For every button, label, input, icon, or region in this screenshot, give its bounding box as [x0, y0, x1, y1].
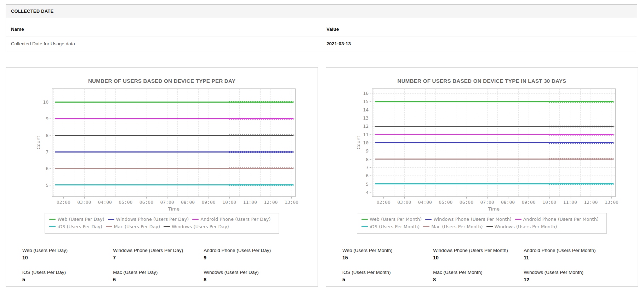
summary-label: Windows (Users Per Month)	[524, 270, 623, 275]
legend-label: Android Phone (Users Per Month)	[523, 216, 599, 223]
legend-label: Mac (Users Per Month)	[431, 223, 483, 230]
y-tick-label: 10	[43, 99, 49, 104]
summary-label: Windows (Users Per Day)	[204, 270, 303, 275]
android-phone-users-per-day-line	[55, 118, 293, 119]
plot-area[interactable]	[372, 88, 616, 197]
windows-users-per-month-legend-dash-icon	[486, 226, 493, 227]
x-tick-mark	[105, 197, 105, 199]
v-gridline	[270, 89, 271, 196]
summary-value: 7	[113, 255, 204, 260]
x-tick-label: 12:00	[264, 200, 278, 205]
summary-label: Windows Phone (Users Per Day)	[113, 248, 204, 253]
v-gridline	[126, 89, 126, 196]
summary-label: iOS (Users Per Month)	[342, 270, 433, 275]
x-tick-label: 05:00	[119, 200, 132, 205]
chart-title: NUMBER OF USERS BASED ON DEVICE TYPE PER…	[6, 78, 318, 84]
v-gridline	[115, 89, 116, 196]
x-tick-mark	[291, 197, 292, 199]
summary-ios-users-per-month: iOS (Users Per Month)5	[342, 270, 433, 282]
x-tick-mark	[209, 197, 209, 199]
y-tick-mark	[370, 126, 371, 126]
v-gridline	[84, 89, 85, 196]
x-tick-mark	[188, 197, 188, 199]
v-gridline	[74, 89, 74, 196]
x-tick-label: 07:00	[160, 200, 174, 205]
h-gridline	[372, 151, 615, 151]
x-axis-label: Time	[52, 206, 296, 212]
legend-item-mac-users-per-month: Mac (Users Per Month)	[423, 223, 483, 230]
windows-phone-users-per-month-line	[375, 142, 614, 143]
plot-area[interactable]	[52, 88, 296, 197]
y-tick-mark	[370, 176, 371, 176]
android-phone-users-per-month-line	[375, 134, 614, 135]
h-gridline	[372, 93, 615, 94]
summary-mac-users-per-month: Mac (Users Per Month)8	[433, 270, 524, 282]
windows-users-per-day-legend-dash-icon	[164, 226, 170, 227]
y-axis-label: Count	[36, 136, 41, 150]
mac-users-per-month-line	[375, 159, 614, 160]
plot-wrap: Count Time 567891002:0003:0004:0005:0006…	[52, 88, 296, 197]
mac-users-per-day-legend-dash-icon	[106, 226, 112, 227]
legend-label: Android Phone (Users Per Day)	[200, 216, 270, 223]
web-users-per-day-line	[55, 102, 293, 103]
summary-value: 8	[433, 277, 524, 282]
v-gridline	[219, 89, 219, 196]
x-tick-mark	[167, 197, 167, 199]
table-row: Collected Date for Usage data 2021-03-13	[6, 36, 637, 52]
x-tick-label: 04:00	[98, 200, 112, 205]
android-phone-users-per-day-legend-dash-icon	[192, 219, 199, 220]
y-tick-mark	[50, 102, 51, 102]
x-tick-mark	[487, 197, 488, 199]
y-tick-mark	[370, 184, 371, 184]
table-row-value: 2021-03-13	[326, 41, 632, 46]
legend-row: iOS (Users Per Day)Mac (Users Per Day)Wi…	[49, 223, 274, 230]
y-tick-label: 5	[46, 183, 49, 188]
legend-label: Windows (Users Per Day)	[172, 223, 229, 230]
v-gridline	[239, 89, 240, 196]
legend-label: Windows Phone (Users Per Day)	[116, 216, 189, 223]
series-dots	[229, 101, 293, 103]
h-gridline	[372, 167, 615, 168]
x-tick-mark	[250, 197, 250, 199]
x-tick-mark	[446, 197, 446, 199]
series-dots	[549, 183, 614, 185]
legend-item-windows-phone-users-per-day: Windows Phone (Users Per Day)	[108, 216, 189, 223]
v-gridline	[95, 89, 95, 196]
x-tick-mark	[591, 197, 591, 199]
x-tick-label: 10:00	[222, 200, 236, 205]
summary-label: Android Phone (Users Per Month)	[524, 248, 623, 253]
summary-value: 10	[22, 255, 113, 260]
table-header-row: Name Value	[6, 18, 637, 36]
series-dots	[549, 158, 614, 160]
x-tick-mark	[84, 197, 85, 199]
legend-label: iOS (Users Per Month)	[370, 223, 420, 230]
x-tick-label: 03:00	[77, 200, 91, 205]
x-tick-label: 13:00	[605, 200, 619, 205]
summary-value: 6	[113, 277, 204, 282]
y-tick-label: 13	[363, 115, 369, 120]
collected-date-panel-title: COLLECTED DATE	[6, 5, 637, 18]
y-tick-mark	[50, 135, 51, 136]
series-dots	[549, 126, 614, 127]
windows-users-per-month-line	[375, 126, 614, 127]
x-tick-label: 08:00	[181, 200, 195, 205]
summary-value: 12	[524, 277, 623, 282]
y-tick-label: 5	[366, 181, 369, 186]
y-tick-mark	[370, 167, 371, 168]
series-dots	[549, 101, 614, 103]
x-tick-mark	[126, 197, 126, 199]
y-tick-mark	[370, 110, 371, 110]
v-gridline	[157, 89, 157, 196]
legend-label: Windows (Users Per Month)	[495, 223, 557, 230]
legend-row: Web (Users Per Month)Windows Phone (User…	[361, 216, 602, 223]
x-tick-mark	[466, 197, 467, 199]
mac-users-per-day-line	[55, 168, 293, 169]
y-tick-label: 7	[366, 165, 369, 170]
summary-value: 11	[524, 255, 623, 260]
y-tick-label: 10	[363, 140, 369, 145]
y-tick-mark	[370, 134, 371, 135]
summary-label: Mac (Users Per Month)	[433, 270, 524, 275]
summary-value: 5	[342, 277, 433, 282]
v-gridline	[105, 89, 106, 196]
legend-label: Web (Users Per Day)	[57, 216, 104, 223]
